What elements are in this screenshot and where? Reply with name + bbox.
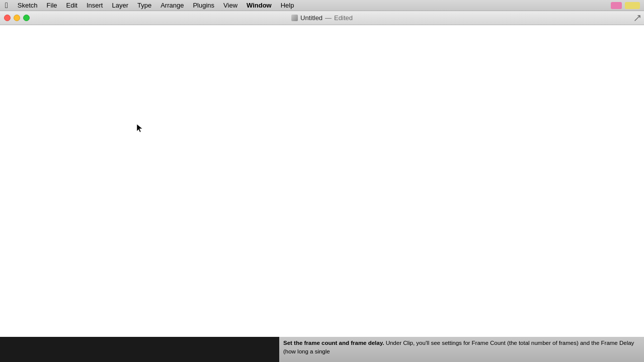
right-icon-pink	[611, 2, 622, 9]
bottom-left-panel	[0, 337, 279, 362]
menu-item-sketch[interactable]: Sketch	[13, 1, 42, 10]
document-status: Edited	[334, 14, 353, 22]
menu-item-insert[interactable]: Insert	[82, 1, 108, 10]
minimize-button[interactable]	[14, 15, 20, 21]
menu-items: Sketch File Edit Insert Layer Type Arran…	[13, 1, 299, 10]
bottom-text-content: Set the frame count and frame delay. Und…	[283, 339, 640, 356]
title-bar: Untitled — Edited	[0, 11, 644, 25]
apple-menu-icon[interactable]: 	[0, 1, 13, 10]
resize-button[interactable]	[634, 15, 641, 22]
title-separator: —	[325, 14, 332, 22]
menu-item-arrange[interactable]: Arrange	[156, 1, 188, 10]
menu-item-file[interactable]: File	[42, 1, 62, 10]
bottom-text-bold: Set the frame count and frame delay.	[283, 340, 384, 346]
right-icon-yellow	[625, 2, 640, 9]
menu-bar:  Sketch File Edit Insert Layer Type Arr…	[0, 0, 644, 11]
main-canvas	[0, 25, 644, 337]
menu-right-area	[611, 2, 644, 9]
close-button[interactable]	[4, 15, 11, 21]
maximize-button[interactable]	[23, 15, 30, 21]
menu-item-view[interactable]: View	[219, 1, 242, 10]
traffic-lights	[4, 15, 30, 21]
bottom-right-panel: Set the frame count and frame delay. Und…	[279, 337, 644, 362]
cursor-indicator	[136, 123, 143, 133]
bottom-overlay: Set the frame count and frame delay. Und…	[0, 337, 644, 362]
menu-item-type[interactable]: Type	[133, 1, 156, 10]
menu-item-window[interactable]: Window	[242, 1, 276, 10]
window-title: Untitled — Edited	[291, 14, 353, 22]
menu-item-edit[interactable]: Edit	[62, 1, 82, 10]
menu-item-help[interactable]: Help	[276, 1, 299, 10]
document-icon	[291, 15, 298, 21]
menu-item-layer[interactable]: Layer	[107, 1, 133, 10]
document-title: Untitled	[300, 14, 323, 22]
menu-item-plugins[interactable]: Plugins	[188, 1, 219, 10]
